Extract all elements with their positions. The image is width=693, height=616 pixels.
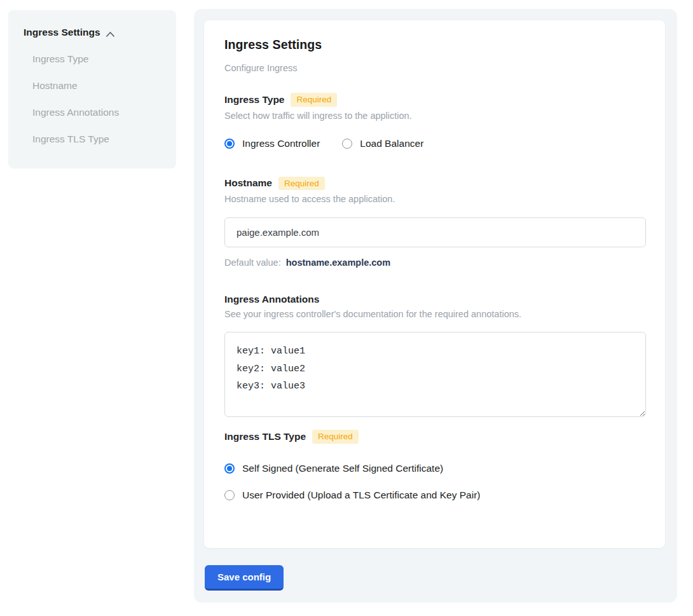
radio-selected-icon[interactable]: [224, 139, 235, 149]
ingress-type-label: Ingress Type: [224, 94, 284, 106]
radio-load-balancer-label: Load Balancer: [360, 138, 423, 149]
hostname-description: Hostname used to access the application.: [224, 194, 645, 204]
save-config-button[interactable]: Save config: [205, 565, 284, 591]
required-badge: Required: [312, 430, 359, 444]
radio-self-signed[interactable]: Self Signed (Generate Self Signed Certif…: [224, 463, 645, 474]
hostname-label: Hostname: [224, 177, 272, 189]
section-ingress-annotations: Ingress Annotations See your ingress con…: [224, 294, 645, 417]
radio-user-provided-label: User Provided (Upload a TLS Certificate …: [242, 489, 480, 501]
section-ingress-type: Ingress Type Required Select how traffic…: [224, 93, 645, 149]
radio-ingress-controller[interactable]: Ingress Controller: [224, 138, 320, 149]
page-title: Ingress Settings: [224, 38, 645, 52]
sidebar-group-ingress-settings[interactable]: Ingress Settings: [24, 27, 161, 38]
ingress-annotations-description: See your ingress controller's documentat…: [224, 309, 645, 319]
radio-ingress-controller-label: Ingress Controller: [242, 138, 320, 149]
section-hostname: Hostname Required Hostname used to acces…: [224, 177, 645, 268]
hostname-input[interactable]: [224, 217, 646, 247]
chevron-up-icon: [106, 29, 115, 37]
radio-load-balancer[interactable]: Load Balancer: [342, 138, 423, 149]
settings-panel: Ingress Settings Configure Ingress Ingre…: [194, 9, 677, 603]
sidebar-item-ingress-annotations[interactable]: Ingress Annotations: [32, 107, 161, 118]
ingress-annotations-textarea[interactable]: key1: value1 key2: value2 key3: value3: [224, 332, 646, 417]
ingress-type-description: Select how traffic will ingress to the a…: [224, 111, 645, 121]
radio-unselected-icon[interactable]: [224, 490, 235, 500]
ingress-settings-card: Ingress Settings Configure Ingress Ingre…: [204, 20, 665, 548]
sidebar-group-label: Ingress Settings: [24, 27, 100, 38]
ingress-type-radio-group: Ingress Controller Load Balancer: [224, 138, 645, 149]
radio-user-provided[interactable]: User Provided (Upload a TLS Certificate …: [224, 489, 645, 501]
section-ingress-tls-type: Ingress TLS Type Required Self Signed (G…: [224, 430, 645, 501]
sidebar-item-ingress-tls-type[interactable]: Ingress TLS Type: [32, 133, 161, 145]
page: Ingress Settings Ingress Type Hostname I…: [0, 0, 693, 603]
ingress-tls-type-label: Ingress TLS Type: [224, 431, 306, 442]
hostname-default-line: Default value: hostname.example.com: [224, 257, 645, 268]
radio-unselected-icon[interactable]: [342, 139, 352, 149]
default-value-text: hostname.example.com: [286, 257, 390, 268]
default-value-label: Default value:: [224, 257, 281, 268]
required-badge: Required: [278, 177, 325, 191]
page-subtitle: Configure Ingress: [224, 63, 645, 73]
sidebar-item-ingress-type[interactable]: Ingress Type: [32, 53, 161, 65]
settings-sidebar: Ingress Settings Ingress Type Hostname I…: [8, 10, 176, 168]
radio-selected-icon[interactable]: [224, 463, 235, 474]
sidebar-item-hostname[interactable]: Hostname: [32, 80, 161, 92]
radio-self-signed-label: Self Signed (Generate Self Signed Certif…: [242, 463, 443, 474]
required-badge: Required: [291, 93, 337, 107]
ingress-annotations-label: Ingress Annotations: [224, 294, 319, 305]
